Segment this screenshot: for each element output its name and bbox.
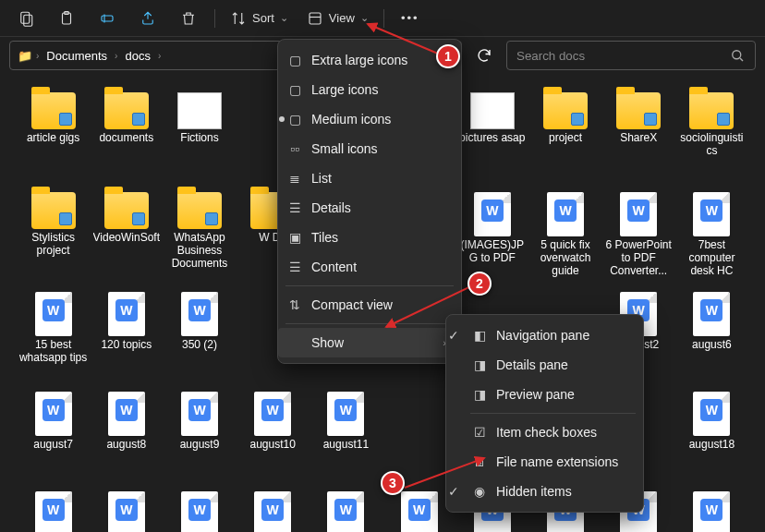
grid-item[interactable]: august19 [17, 488, 90, 532]
item-label: august8 [106, 438, 146, 451]
grid-item[interactable]: 6 PowerPoint to PDF Converter... [602, 188, 675, 288]
grid-item[interactable]: Stylistics project [17, 188, 90, 288]
svg-point-6 [733, 51, 741, 59]
folder-icon [616, 92, 661, 129]
annotation-3: 3 [381, 471, 405, 495]
grid-item[interactable]: 7best computer desk HC [675, 188, 748, 288]
menu-item-extra-large-icons[interactable]: ▢Extra large icons [278, 45, 461, 75]
file-icon: 🗎 [472, 454, 487, 469]
item-label: (IMAGES)JPG to PDF [458, 238, 527, 264]
panel-right-icon: ◨ [472, 387, 487, 402]
document-icon [547, 192, 584, 236]
search-field[interactable] [516, 49, 722, 63]
grid-item[interactable]: (IMAGES)JPG to PDF [455, 188, 528, 288]
folder-icon [31, 192, 76, 229]
menu-item-checkboxes[interactable]: ☑Item check boxes [463, 417, 643, 447]
item-label: Fictions [180, 131, 218, 144]
document-icon [693, 292, 730, 336]
check-icon: ✓ [448, 328, 461, 343]
item-label: article gigs [27, 131, 79, 144]
item-label: august18 [689, 438, 735, 451]
square-icon: ▢ [287, 82, 302, 97]
menu-item-large-icons[interactable]: ▢Large icons [278, 75, 461, 104]
grid-item[interactable]: 🖼pictures asap [455, 89, 528, 188]
view-button[interactable]: View [299, 4, 376, 33]
menu-item-hidden-items[interactable]: ✓◉Hidden items [463, 477, 643, 506]
grid-item[interactable]: august7 [17, 388, 90, 488]
paste-button[interactable] [48, 4, 85, 33]
share-button[interactable] [129, 4, 166, 33]
sort-button[interactable]: Sort [223, 4, 296, 33]
menu-item-show[interactable]: Show› [278, 328, 461, 357]
folder-icon [543, 92, 588, 129]
details-icon: ☰ [287, 200, 302, 215]
item-label: august10 [250, 438, 296, 451]
chevron-right-icon: › [36, 51, 39, 61]
grid-item[interactable]: documents [90, 89, 163, 188]
new-button[interactable] [7, 4, 44, 33]
panel-left-icon: ◧ [472, 328, 487, 343]
menu-item-list[interactable]: ≣List [278, 163, 461, 193]
item-label: 5 quick fix overwatch guide [531, 238, 600, 277]
breadcrumb-item-docs[interactable]: docs [121, 49, 153, 63]
svg-rect-5 [310, 13, 321, 24]
more-button[interactable]: ••• [392, 4, 429, 33]
grid-item[interactable]: august8 [90, 388, 163, 488]
search-input[interactable] [506, 41, 756, 70]
breadcrumb-item-documents[interactable]: Documents [42, 49, 111, 63]
document-icon [693, 192, 730, 236]
grid-item[interactable]: august9 [163, 388, 236, 488]
rename-button[interactable] [89, 4, 126, 33]
refresh-button[interactable] [469, 41, 499, 70]
menu-item-details[interactable]: ☰Details [278, 193, 461, 223]
grid-item[interactable]: 350 (2) [163, 288, 236, 388]
svg-rect-4 [102, 16, 113, 21]
grid-item[interactable]: august21 [163, 488, 236, 532]
grid-item[interactable]: august18 [675, 388, 748, 488]
grid-item[interactable]: project [528, 89, 601, 188]
grid-item[interactable]: article gigs [17, 89, 90, 188]
menu-item-content[interactable]: ☰Content [278, 252, 461, 282]
folder-icon [177, 192, 222, 229]
grid-item[interactable]: august6 [675, 288, 748, 388]
image-folder-icon: 🖼 [470, 92, 515, 129]
document-icon [35, 392, 72, 436]
menu-item-preview-pane[interactable]: ◨Preview pane [463, 380, 643, 409]
menu-item-small-icons[interactable]: ▫▫Small icons [278, 134, 461, 163]
grid-item[interactable]: august20 [90, 488, 163, 532]
grid-item[interactable]: ShareX [602, 89, 675, 188]
menu-item-tiles[interactable]: ▣Tiles [278, 223, 461, 252]
show-submenu: ✓◧Navigation pane ◨Details pane ◨Preview… [445, 314, 644, 513]
grid-item[interactable]: 🖼Fictions [163, 89, 236, 188]
grid-item[interactable]: 15 best whatsapp tips [17, 288, 90, 388]
view-label: View [329, 11, 355, 25]
menu-item-compact-view[interactable]: ⇅Compact view [278, 290, 461, 320]
panel-right-icon: ◨ [472, 357, 487, 372]
item-label: VideoWinSoft [93, 231, 161, 244]
svg-rect-1 [24, 15, 32, 26]
document-icon [327, 491, 364, 532]
sort-icon [230, 10, 247, 27]
menu-item-file-extensions[interactable]: 🗎File name extensions [463, 447, 643, 477]
rename-icon [99, 10, 115, 27]
grid-item[interactable]: avast [675, 488, 748, 532]
grid-item[interactable]: 5 quick fix overwatch guide [528, 188, 601, 288]
share-icon [140, 10, 156, 27]
grid-item[interactable]: august10 [237, 388, 310, 488]
grid-item[interactable]: 120 topics [90, 288, 163, 388]
menu-item-details-pane[interactable]: ◨Details pane [463, 350, 643, 380]
checkbox-icon: ☑ [472, 425, 487, 440]
menu-item-medium-icons[interactable]: ▢Medium icons [278, 104, 461, 134]
folder-glyph-icon: 📁 [18, 49, 32, 63]
grid-item[interactable]: VideoWinSoft [90, 188, 163, 288]
grid-item[interactable]: august22 [237, 488, 310, 532]
grid-item[interactable]: august11 [310, 388, 382, 488]
folder-icon [104, 192, 149, 229]
grid-item[interactable]: august23 [310, 488, 382, 532]
delete-button[interactable] [170, 4, 207, 33]
menu-item-navigation-pane[interactable]: ✓◧Navigation pane [463, 320, 643, 350]
grid-item[interactable]: sociolinguistics [675, 89, 748, 188]
grid-item[interactable]: WhatsApp Business Documents [163, 188, 236, 288]
document-icon [181, 392, 218, 436]
item-label: 350 (2) [182, 338, 217, 351]
